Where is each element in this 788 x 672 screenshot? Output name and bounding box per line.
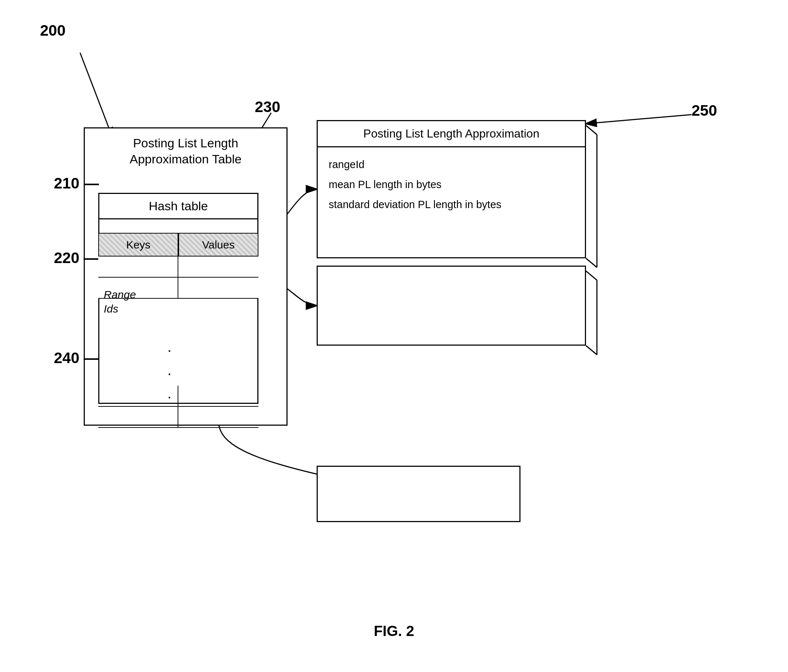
keys-values-row: Keys Values	[98, 233, 259, 257]
right-mid-box	[317, 266, 586, 346]
svg-line-13	[586, 346, 597, 355]
bottom-right-box	[317, 466, 521, 522]
ref-label-240: 240 —	[54, 349, 99, 367]
values-cell: Values	[178, 233, 259, 257]
hash-table-title: Hash table	[99, 194, 257, 219]
keys-cell: Keys	[98, 233, 178, 257]
ref-label-250: 250	[691, 102, 717, 119]
bottom-rows	[98, 386, 259, 428]
svg-line-8	[586, 125, 597, 135]
svg-line-2	[80, 53, 113, 138]
field-mean-pl: mean PL length in bytes	[329, 174, 574, 195]
figure-label: FIG. 2	[374, 623, 414, 639]
field-range-id: rangeId	[329, 155, 574, 174]
svg-line-11	[586, 271, 597, 280]
bottom-row-1	[98, 386, 259, 407]
outer-box-title: Posting List Length Approximation Table	[85, 128, 286, 174]
ref-label-220: 220 —	[54, 249, 99, 267]
svg-line-7	[586, 115, 691, 124]
data-row-1	[98, 257, 259, 277]
range-ids-label: Range Ids	[104, 287, 136, 316]
right-upper-box: Posting List Length Approximation rangeI…	[317, 120, 586, 258]
svg-line-10	[586, 258, 597, 268]
right-upper-box-title: Posting List Length Approximation	[318, 121, 585, 147]
right-upper-box-content: rangeId mean PL length in bytes standard…	[318, 147, 585, 222]
bottom-row-2	[98, 407, 259, 428]
ref-label-230: 230	[255, 98, 280, 116]
field-std-dev-pl: standard deviation PL length in bytes	[329, 195, 574, 215]
ref-label-210: 210 —	[54, 174, 99, 192]
ref-label-200: 200	[40, 22, 65, 39]
